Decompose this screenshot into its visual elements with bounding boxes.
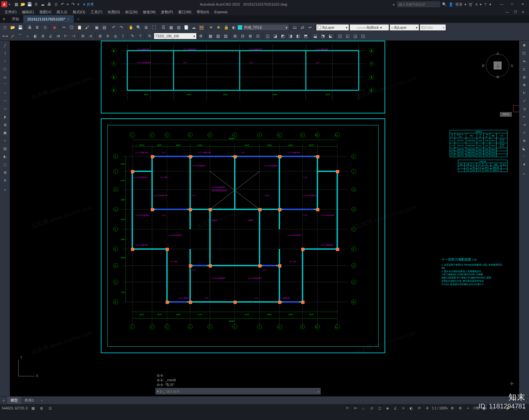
zoom-ext-icon[interactable]: ⛶: [150, 24, 157, 31]
mark-icon[interactable]: ☁: [190, 24, 197, 31]
insert-icon[interactable]: ⊞: [1, 121, 9, 128]
saveas-icon[interactable]: ⎘: [33, 1, 39, 7]
open-icon[interactable]: 📂: [20, 1, 26, 7]
fillet-icon[interactable]: ◜: [520, 153, 528, 160]
compass-north[interactable]: 北: [496, 52, 499, 56]
apps-icon[interactable]: 𝔸: [475, 2, 478, 7]
compass-east[interactable]: 东: [510, 64, 513, 68]
rotate-icon[interactable]: ↻: [520, 90, 528, 96]
new-icon[interactable]: ▦: [13, 1, 19, 7]
dim-linear-icon[interactable]: ⟷: [1, 32, 9, 40]
dimstyle-dropdown[interactable]: TSSD_100_100▾: [154, 33, 197, 39]
break-icon[interactable]: ⊹: [520, 129, 528, 136]
print-icon[interactable]: ⎙: [53, 1, 59, 7]
tool-icon[interactable]: ⊠: [247, 32, 254, 40]
snap-icon[interactable]: ⊡: [47, 405, 54, 411]
plot-icon[interactable]: 🖶: [46, 1, 52, 7]
tool-icon[interactable]: ⬕: [327, 32, 334, 40]
toggle-icon[interactable]: «: [520, 170, 528, 177]
minimize-button[interactable]: —: [497, 1, 507, 8]
layer-prop-icon[interactable]: ☀: [207, 24, 215, 31]
dropdown-icon[interactable]: ▾: [480, 2, 482, 7]
zoom-icon[interactable]: 🔍: [135, 24, 142, 31]
match-icon[interactable]: 🖌: [83, 24, 91, 31]
save-icon[interactable]: 💾: [26, 1, 32, 7]
dim-space-icon[interactable]: ⊯: [79, 32, 87, 40]
tool-icon[interactable]: ⊞: [231, 32, 239, 40]
annoscale-display[interactable]: 1:1 / 100%: [432, 406, 448, 410]
dyn-icon[interactable]: ⊨: [352, 405, 359, 411]
arc-icon[interactable]: ⌒: [1, 82, 9, 88]
tol-icon[interactable]: ⊕: [97, 32, 104, 40]
user-icon[interactable]: 👤: [449, 2, 453, 7]
menu-dim[interactable]: 标注(N): [123, 10, 140, 15]
tab-document[interactable]: 201912131578251025* ×: [23, 15, 74, 23]
mtext-icon[interactable]: A: [1, 177, 9, 184]
drawing-canvas[interactable]: LC-1 a8@150LC-1 a8@150LC-1 a8@150LC-1 a8…: [10, 41, 519, 396]
cut-icon[interactable]: ✂: [61, 24, 68, 31]
ortho-icon[interactable]: ∟: [360, 405, 367, 411]
open-icon[interactable]: 📂: [9, 24, 16, 31]
copy-icon[interactable]: ⿻: [520, 50, 528, 57]
menu-modify[interactable]: 修改(M): [140, 10, 158, 15]
tool-icon[interactable]: ⊡: [254, 32, 262, 40]
color-swatch[interactable]: [238, 25, 242, 30]
gear-icon[interactable]: ⚙: [449, 405, 456, 411]
tool-icon[interactable]: ▨: [222, 32, 229, 40]
layer-dropdown[interactable]: PUB_TITLE▾: [243, 24, 289, 31]
tool-icon[interactable]: ◱: [344, 32, 351, 40]
layer-state-icon[interactable]: 🗂: [291, 24, 299, 31]
rect-icon[interactable]: ▭: [1, 74, 9, 80]
menu-format[interactable]: 格式(O): [70, 10, 88, 15]
tool-icon[interactable]: ▧: [214, 32, 222, 40]
doc-close-button[interactable]: ✕: [519, 10, 527, 14]
tool-icon[interactable]: ◰: [336, 32, 344, 40]
block-icon[interactable]: ▣: [93, 24, 100, 31]
layer-match-icon[interactable]: ⇄: [299, 24, 306, 31]
new-layout-button[interactable]: ＋: [37, 398, 46, 403]
new-icon[interactable]: ◻: [1, 24, 9, 31]
pan-icon[interactable]: ✋: [127, 24, 135, 31]
menu-express[interactable]: Express: [212, 10, 230, 14]
command-input[interactable]: [166, 390, 318, 393]
tool-pal-icon[interactable]: ▥: [175, 24, 182, 31]
menu-view[interactable]: 视图(V): [37, 10, 54, 15]
close-tab-icon[interactable]: ×: [67, 17, 69, 21]
point-icon[interactable]: •: [1, 137, 9, 144]
move-icon[interactable]: ✥: [520, 82, 528, 88]
dim-dia-icon[interactable]: ⊘: [39, 32, 47, 40]
dwf-icon[interactable]: ◉: [51, 24, 58, 31]
redo-icon[interactable]: ↷: [70, 1, 76, 7]
poly-icon[interactable]: ⬠: [1, 66, 9, 72]
help-icon[interactable]: ？: [484, 2, 487, 7]
tool-icon[interactable]: ▦: [207, 32, 214, 40]
trim-icon[interactable]: ✂: [520, 113, 528, 120]
command-line[interactable]: × ▷_ ▴: [155, 388, 321, 395]
dropdown-icon[interactable]: ▾: [66, 1, 69, 7]
3dosnap-icon[interactable]: ◈: [384, 405, 391, 411]
tool-icon[interactable]: ◩: [279, 32, 286, 40]
tool-icon[interactable]: ⊟: [239, 32, 246, 40]
trans-icon[interactable]: ◐: [408, 405, 415, 411]
layer-prev-icon[interactable]: ↩: [306, 24, 314, 31]
undo-icon[interactable]: ↶: [110, 24, 117, 31]
view-cube[interactable]: 上 北 南 西 东: [484, 52, 511, 79]
menu-file[interactable]: 文件(F): [2, 10, 19, 15]
layer-lock-icon[interactable]: 🔒: [223, 24, 230, 31]
erase-icon[interactable]: ✖: [520, 42, 528, 49]
cmd-expand-icon[interactable]: ▴: [318, 390, 319, 393]
tool-icon[interactable]: ⬒: [302, 32, 309, 40]
dim-ang-icon[interactable]: ∠: [47, 32, 54, 40]
tool-icon[interactable]: ◨: [287, 32, 294, 40]
cmd-close-icon[interactable]: ×: [157, 389, 159, 393]
offset-icon[interactable]: ⊏: [520, 66, 528, 72]
layer-on-icon[interactable]: ❄: [215, 24, 222, 31]
center-icon[interactable]: ✢: [104, 32, 111, 40]
block-icon[interactable]: ▣: [1, 129, 9, 136]
dimstyle-icon[interactable]: ⚙: [197, 32, 204, 40]
dropdown-icon[interactable]: ▾: [489, 2, 491, 7]
menu-edit[interactable]: 编辑(E): [19, 10, 37, 15]
line-icon[interactable]: ╱: [1, 42, 9, 49]
ellipse-icon[interactable]: ⬭: [1, 105, 9, 112]
tab-model[interactable]: 模型: [7, 397, 21, 404]
